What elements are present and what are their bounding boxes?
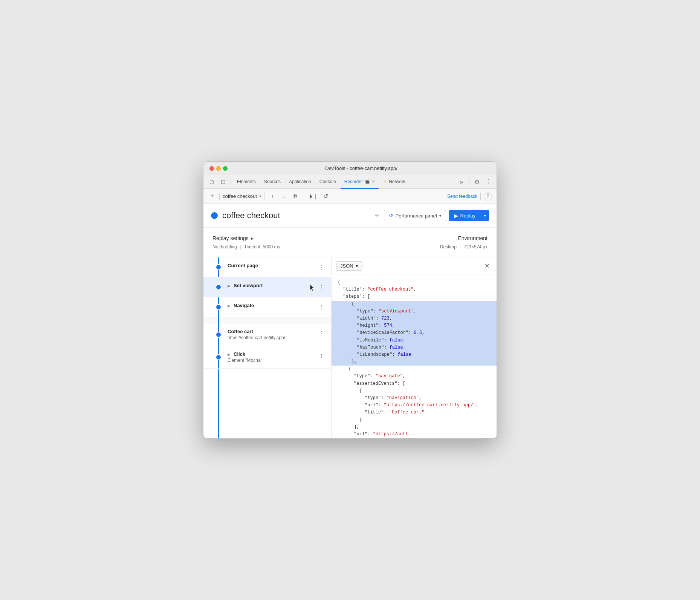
replay-main-button[interactable]: ▶ Replay (449, 210, 481, 221)
json-line: "hasTouch": false, (338, 344, 497, 351)
maximize-button[interactable] (223, 166, 228, 171)
expand-arrow-icon: ▶ (228, 352, 231, 357)
steps-panel: Current page ⋮ ▶ Set viewport (203, 257, 497, 438)
settings-details: No throttling | Timeout: 5000 ms (212, 244, 280, 249)
step-click[interactable]: ▶ Click Element "Mocha" ⋮ (203, 346, 331, 369)
recording-selector[interactable]: coffee checkout ▾ (223, 193, 261, 199)
step-content: ▶ Click Element "Mocha" (228, 351, 317, 363)
replay-settings-toggle[interactable]: Replay settings ▶ (212, 235, 280, 241)
close-button[interactable] (209, 166, 214, 171)
environment-title: Environment (440, 235, 488, 241)
json-line: "url": "https://coff... (335, 431, 494, 438)
json-line: "title": "coffee checkout", (335, 286, 494, 293)
toolbar-separator-4 (480, 193, 481, 200)
devtools-window: DevTools - coffee-cart.netlify.app/ ⬡ ☐ … (203, 161, 497, 439)
recording-header: coffee checkout ✏ ↺ Performance panel ▾ … (203, 204, 497, 228)
recording-status-dot (211, 212, 218, 219)
step-content: Current page (228, 263, 317, 268)
window-title: DevTools - coffee-cart.netlify.app/ (232, 165, 491, 171)
tab-elements[interactable]: Elements (233, 175, 260, 189)
settings-icon[interactable]: ⚙ (472, 177, 482, 187)
device-toggle-icon[interactable]: ☐ (218, 177, 228, 187)
json-close-button[interactable]: ✕ (481, 260, 492, 271)
traffic-lights (209, 166, 228, 171)
toolbar-action-icons: ↑ ↓ 🗑 (267, 191, 301, 202)
recording-title: coffee checkout (222, 211, 370, 220)
json-line: { (335, 366, 494, 373)
warning-icon: ⚠ (383, 179, 387, 184)
json-line: }, (338, 358, 497, 366)
more-options-icon[interactable]: ⋮ (483, 177, 494, 187)
settings-right: Environment Desktop | 723×574 px (440, 235, 488, 249)
step-content: ▶ Navigate (228, 303, 317, 308)
step-more-button[interactable]: ⋮ (317, 303, 326, 312)
add-recording-button[interactable]: + (208, 192, 216, 201)
json-line: "type": "navigate", (335, 373, 494, 380)
json-line: "assertedEvents": [ (335, 380, 494, 387)
step-play-icon[interactable]: ⏵| (307, 191, 318, 202)
json-line: "isMobile": false, (338, 337, 497, 344)
json-line: "width": 723, (338, 315, 497, 322)
step-group-separator (203, 317, 331, 323)
title-bar: DevTools - coffee-cart.netlify.app/ (203, 162, 497, 175)
json-line: "height": 574, (338, 322, 497, 329)
tab-recorder[interactable]: Recorder 🎬 ✕ (341, 175, 379, 189)
edit-title-icon[interactable]: ✏ (375, 213, 379, 219)
settings-panel: Replay settings ▶ No throttling | Timeou… (203, 228, 497, 257)
more-tabs-button[interactable]: » (456, 177, 467, 187)
environment-details: Desktop | 723×574 px (440, 244, 488, 249)
json-line: "isLandscape": false (338, 351, 497, 358)
import-icon[interactable]: ↓ (279, 191, 289, 202)
help-button[interactable]: ? (484, 192, 492, 201)
record-icon[interactable]: ↺ (321, 191, 331, 202)
json-line: "title": "Coffee cart" (335, 409, 494, 416)
json-line: { (335, 279, 494, 286)
performance-icon: ↺ (389, 213, 393, 219)
send-feedback-link[interactable]: Send feedback (447, 194, 477, 199)
step-set-viewport[interactable]: ▶ Set viewport ⋮ (203, 277, 331, 297)
tab-network[interactable]: ⚠ Network (379, 175, 409, 189)
step-dot (216, 332, 222, 338)
json-panel: JSON ▾ ✕ { "title": "coffee checkout", "… (332, 257, 497, 438)
settings-expand-icon: ▶ (251, 236, 254, 240)
cursor-tool-icon[interactable]: ⬡ (206, 177, 217, 187)
tab-application[interactable]: Application (285, 175, 315, 189)
json-line: "type": "navigation", (335, 395, 494, 402)
format-selector[interactable]: JSON ▾ (336, 261, 362, 271)
perf-dropdown-arrow-icon: ▾ (439, 214, 441, 218)
recorder-toolbar: + coffee checkout ▾ ↑ ↓ 🗑 ⏵| ↺ Send feed… (203, 189, 497, 204)
json-line: "deviceScaleFactor": 0.5, (338, 329, 497, 337)
json-line: "type": "setViewport", (338, 308, 497, 315)
json-panel-header: JSON ▾ ✕ (332, 257, 497, 274)
json-line: } (335, 416, 494, 424)
step-more-button[interactable]: ⋮ (317, 263, 326, 272)
export-icon[interactable]: ↑ (267, 191, 278, 202)
step-dot (216, 354, 222, 360)
minimize-button[interactable] (216, 166, 221, 171)
step-coffee-cart[interactable]: Coffee cart https://coffee-cart.netlify.… (203, 323, 331, 346)
step-more-button[interactable]: ⋮ (317, 329, 326, 338)
replay-dropdown-button[interactable]: ▾ (481, 211, 489, 220)
steps-list: Current page ⋮ ▶ Set viewport (203, 257, 332, 438)
header-actions: ↺ Performance panel ▾ ▶ Replay ▾ (384, 210, 489, 221)
settings-left: Replay settings ▶ No throttling | Timeou… (212, 235, 280, 249)
step-content: ▶ Set viewport (228, 283, 317, 288)
replay-button-group[interactable]: ▶ Replay ▾ (449, 210, 489, 221)
tab-sources[interactable]: Sources (260, 175, 284, 189)
step-more-button[interactable]: ⋮ (317, 351, 326, 360)
cursor-pointer-icon (310, 285, 316, 294)
step-navigate[interactable]: ▶ Navigate ⋮ (203, 297, 331, 317)
json-line: { (338, 301, 497, 308)
step-more-button[interactable]: ⋮ (317, 283, 326, 292)
tab-console[interactable]: Console (316, 175, 340, 189)
tab-separator (231, 178, 231, 186)
toolbar-separator (219, 193, 220, 200)
format-dropdown-arrow-icon: ▾ (356, 263, 358, 269)
step-current-page[interactable]: Current page ⋮ (203, 257, 331, 277)
chevron-down-icon: ▾ (259, 194, 261, 198)
delete-icon[interactable]: 🗑 (290, 191, 301, 202)
performance-panel-button[interactable]: ↺ Performance panel ▾ (384, 210, 446, 221)
recorder-tab-close[interactable]: ✕ (372, 179, 375, 184)
expand-arrow-icon: ▶ (228, 304, 231, 308)
expand-arrow-icon: ▶ (228, 284, 231, 288)
